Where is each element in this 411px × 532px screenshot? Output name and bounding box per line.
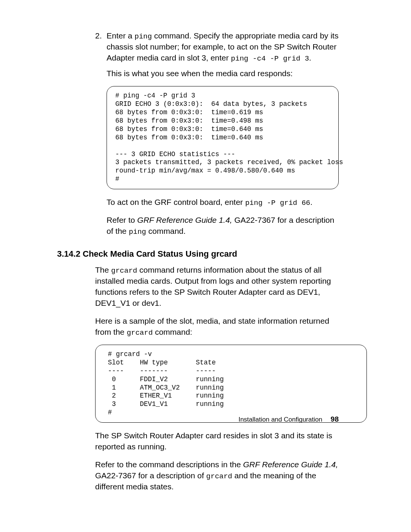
- grf-guide-title-1: GRF Reference Guide 1.4,: [137, 216, 232, 224]
- grcard-ref-b: GA22-7367 for a description of: [95, 471, 206, 480]
- ref-text-c: command.: [146, 227, 186, 235]
- step-2-text-a: Enter a: [107, 31, 135, 40]
- grf-guide-title-2: GRF Reference Guide 1.4,: [243, 460, 338, 469]
- ping-example-inline: ping -c4 -P grid 3: [231, 54, 309, 63]
- grcard-description: The grcard command returns information a…: [95, 265, 339, 309]
- ping-reference-note: Refer to GRF Reference Guide 1.4, GA22-7…: [107, 215, 339, 237]
- ping-output-block: # ping -c4 -P grid 3 GRID ECHO 3 (0:0x3:…: [107, 86, 339, 189]
- page-container: 2. Enter a ping command. Specify the app…: [0, 0, 411, 532]
- ref-text-a: Refer to: [107, 216, 137, 224]
- grcard-sample-intro: Here is a sample of the slot, media, and…: [95, 316, 339, 338]
- grcard-ref-a: Refer to the command descriptions in the: [95, 460, 243, 469]
- ping-cmd-ref: ping: [129, 228, 146, 236]
- control-board-text-a: To act on the GRF control board, enter: [107, 198, 245, 206]
- control-board-note: To act on the GRF control board, enter p…: [107, 197, 339, 208]
- grcard-output-block: # grcard -v Slot HW type State ---- ----…: [95, 345, 367, 423]
- ping-command-inline: ping: [135, 32, 152, 41]
- step-2-marker: 2.: [95, 30, 102, 42]
- grcard-cmd-inline-3: grcard: [206, 472, 232, 481]
- response-intro: This is what you see when the media card…: [107, 68, 339, 79]
- footer-page-number: 98: [331, 415, 339, 423]
- grcard-reference-note: Refer to the command descriptions in the…: [95, 459, 339, 492]
- ping-grid-66-cmd: ping -P grid 66: [245, 199, 310, 207]
- grcard-slot3-note: The SP Switch Router Adapter card reside…: [95, 430, 339, 452]
- section-heading-3-14-2: 3.14.2 Check Media Card Status Using grc…: [57, 248, 339, 260]
- step-2: 2. Enter a ping command. Specify the app…: [95, 30, 339, 64]
- page-footer: Installation and Configuration98: [0, 415, 411, 423]
- control-board-text-b: .: [310, 198, 312, 206]
- footer-chapter-title: Installation and Configuration: [239, 416, 322, 423]
- grcard-desc-a: The: [95, 265, 111, 274]
- step-2-period: .: [309, 53, 311, 62]
- grcard-cmd-inline-1: grcard: [111, 267, 137, 275]
- grcard-cmd-inline-2: grcard: [127, 329, 153, 337]
- grcard-sample-b: command:: [153, 328, 192, 336]
